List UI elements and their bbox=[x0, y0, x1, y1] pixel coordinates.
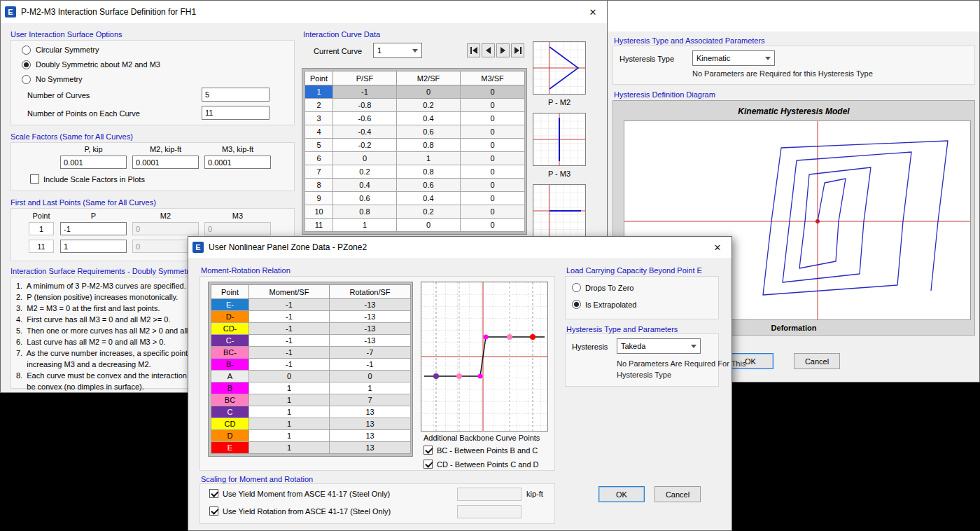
curve-table-row[interactable]: 90.60.40 bbox=[305, 192, 525, 205]
num-curves-field[interactable]: 5 bbox=[202, 88, 270, 102]
curve-table-row[interactable]: 100.80.20 bbox=[305, 205, 525, 219]
mr-table-row[interactable]: E--1-13 bbox=[211, 299, 411, 311]
curve-table-row[interactable]: 80.40.60 bbox=[305, 179, 525, 192]
chevron-down-icon bbox=[765, 57, 771, 63]
kinematic-loops-curve bbox=[763, 141, 948, 295]
point-b-dot bbox=[484, 335, 489, 340]
scale-col-p: P, kip bbox=[60, 145, 127, 153]
yield-moment-label: Use Yield Moment from ASCE 41-17 (Steel … bbox=[223, 490, 390, 498]
radio-no-symmetry[interactable] bbox=[22, 75, 31, 84]
last-record-icon bbox=[520, 47, 522, 54]
fl-row2-p-field[interactable]: 1 bbox=[60, 240, 127, 253]
mr-table-row[interactable]: A00 bbox=[211, 371, 411, 382]
mr-table-row[interactable]: BC17 bbox=[211, 394, 411, 406]
point-b-neg-dot bbox=[478, 374, 483, 379]
radio-circular-label: Circular Symmetry bbox=[36, 46, 99, 54]
scale-col-m2: M2, kip-ft bbox=[132, 145, 199, 153]
mr-table-row[interactable]: D--1-13 bbox=[211, 311, 411, 323]
cd-point-checkbox[interactable] bbox=[424, 460, 433, 469]
scaling-group-label: Scaling for Moment and Rotation bbox=[201, 475, 313, 483]
hysteresis-type-value: Kinematic bbox=[696, 54, 730, 62]
radio-circular-symmetry[interactable] bbox=[22, 46, 31, 55]
scale-col-m3: M3, kip-ft bbox=[204, 145, 271, 153]
cancel-button[interactable]: Cancel bbox=[654, 486, 701, 502]
close-icon[interactable]: ✕ bbox=[708, 242, 727, 253]
curve-table-row[interactable]: 2-0.80.20 bbox=[305, 99, 525, 112]
hysteresis-titlebar[interactable] bbox=[607, 1, 979, 32]
mr-table-row[interactable]: B--1-1 bbox=[211, 359, 411, 371]
chevron-down-icon bbox=[412, 49, 418, 55]
app-icon: E bbox=[192, 242, 204, 253]
first-curve-button[interactable] bbox=[467, 43, 480, 57]
radio-drops-label: Drops To Zero bbox=[585, 284, 634, 292]
scale-m3-field[interactable]: 0.0001 bbox=[204, 156, 271, 169]
ok-button[interactable]: OK bbox=[598, 486, 645, 502]
point-c-neg-dot bbox=[433, 373, 439, 379]
cd-point-label: CD - Between Points C and D bbox=[437, 460, 539, 469]
current-curve-label: Current Curve bbox=[314, 47, 362, 55]
previous-icon bbox=[486, 47, 491, 54]
hysteresis-type-dropdown[interactable]: Kinematic bbox=[692, 50, 775, 66]
fl-row1-p-field[interactable]: -1 bbox=[60, 222, 127, 235]
bc-point-checkbox[interactable] bbox=[424, 446, 433, 455]
curve-table-row[interactable]: 6010 bbox=[305, 152, 525, 165]
pz-hysteresis-label: Hysteresis bbox=[572, 343, 608, 351]
curve-table-row[interactable]: 70.20.80 bbox=[305, 165, 525, 179]
radio-is-extrapolated[interactable] bbox=[572, 300, 581, 309]
radio-extrapolated-label: Is Extrapolated bbox=[585, 301, 636, 309]
scale-group-label: Scale Factors (Same for All Curves) bbox=[10, 132, 133, 141]
curve-table-row[interactable]: 3-0.60.40 bbox=[305, 112, 525, 125]
current-curve-dropdown[interactable]: 1 bbox=[373, 43, 422, 58]
moment-rotation-group-label: Moment-Rotation Relation bbox=[201, 266, 290, 275]
include-scale-checkbox[interactable] bbox=[30, 174, 39, 184]
previous-curve-button[interactable] bbox=[482, 43, 495, 57]
num-points-field[interactable]: 11 bbox=[202, 106, 270, 120]
pzone-titlebar[interactable]: E User Nonlinear Panel Zone Data - PZone… bbox=[188, 237, 732, 258]
radio-drops-to-zero[interactable] bbox=[572, 283, 581, 292]
yield-rotation-checkbox[interactable] bbox=[209, 506, 218, 516]
yield-moment-field bbox=[457, 488, 522, 501]
pz-hysteresis-dropdown[interactable]: Takeda bbox=[617, 338, 701, 354]
mr-table-row[interactable]: D113 bbox=[211, 430, 411, 442]
curve-table-row[interactable]: 5-0.20.80 bbox=[305, 139, 525, 152]
hysteresis-type-label: Hysteresis Type bbox=[620, 55, 674, 63]
next-curve-button[interactable] bbox=[496, 43, 510, 57]
first-record-icon bbox=[470, 47, 472, 54]
mr-table-row[interactable]: BC--1-7 bbox=[211, 347, 411, 359]
mr-table-row[interactable]: C--1-13 bbox=[211, 335, 411, 347]
radio-doubly-label: Doubly Symmetric about M2 and M3 bbox=[36, 60, 160, 69]
num-points-label: Number of Points on Each Curve bbox=[27, 109, 140, 118]
last-curve-button[interactable] bbox=[511, 43, 524, 57]
fl-row1-point: 1 bbox=[29, 222, 54, 235]
curve-table-row[interactable]: 1-100 bbox=[305, 85, 525, 99]
scale-p-field[interactable]: 0.001 bbox=[60, 156, 127, 169]
col-header-m3sf: M3/SF bbox=[461, 71, 525, 85]
requirements-group-label: Interaction Surface Requirements - Doubl… bbox=[10, 267, 195, 275]
scale-m2-field[interactable]: 0.0001 bbox=[132, 156, 199, 169]
curve-table-row[interactable]: 4-0.40.60 bbox=[305, 125, 525, 139]
fl-row1-m2-field: 0 bbox=[132, 222, 199, 235]
mr-table-row[interactable]: CD113 bbox=[211, 418, 411, 430]
pm-titlebar[interactable]: E P-M2-M3 Interaction Surface Definition… bbox=[1, 1, 607, 23]
yield-moment-checkbox[interactable] bbox=[209, 489, 218, 498]
point-e-dot bbox=[530, 334, 536, 340]
hysteresis-diagram-section-label: Hysteresis Definition Diagram bbox=[614, 90, 715, 99]
fl-col-point: Point bbox=[29, 212, 54, 220]
fl-row1-m3-field: 0 bbox=[204, 222, 271, 235]
mr-table-row[interactable]: E113 bbox=[211, 442, 411, 454]
pz-no-params-note-2: Hysteresis Type bbox=[617, 371, 671, 379]
mr-table-row[interactable]: CD--1-13 bbox=[211, 323, 411, 335]
cancel-button[interactable]: Cancel bbox=[794, 353, 840, 369]
mr-table-row[interactable]: C113 bbox=[211, 406, 411, 418]
mr-table-row[interactable]: B11 bbox=[211, 382, 411, 394]
curve-table-row[interactable]: 11100 bbox=[305, 219, 525, 232]
col-header-rotation: Rotation/SF bbox=[330, 285, 411, 299]
radio-doubly-symmetric[interactable] bbox=[22, 60, 31, 69]
p-m3-plot-label: P - M3 bbox=[533, 170, 586, 178]
col-header-m2sf: M2/SF bbox=[397, 71, 461, 85]
num-curves-label: Number of Curves bbox=[27, 91, 90, 99]
load-capacity-group-box bbox=[565, 276, 719, 319]
load-capacity-group-label: Load Carrying Capacity Beyond Point E bbox=[566, 266, 702, 275]
next-icon bbox=[500, 47, 505, 54]
close-icon[interactable]: ✕ bbox=[583, 7, 603, 18]
